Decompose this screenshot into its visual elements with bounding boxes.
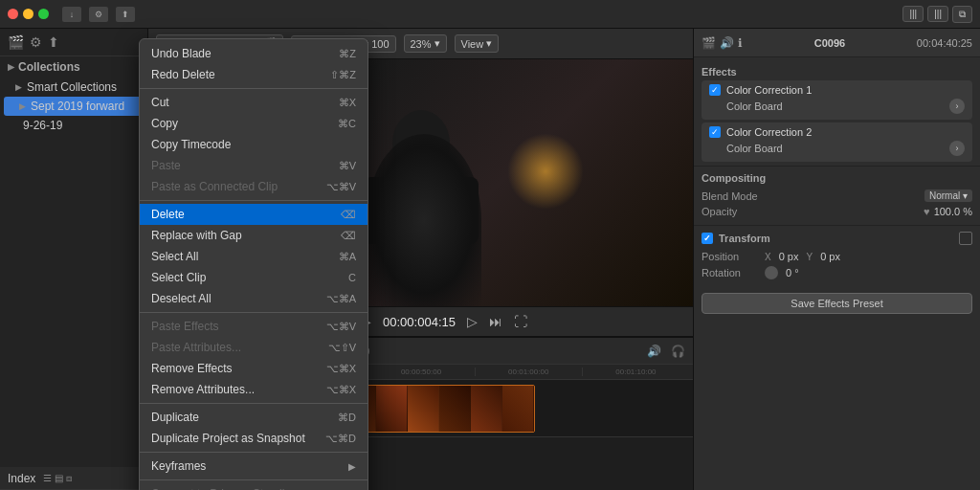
pos-y-val: 0 px xyxy=(820,251,840,262)
right-panel: 🎬 🔊 ℹ C0096 00:04:40:25 Effects ✓ Color … xyxy=(693,29,980,490)
settings-icon[interactable]: ⚙ xyxy=(89,7,108,22)
menu-item-replace-with-gap[interactable]: Replace with Gap⌫ xyxy=(140,225,368,246)
cc2-row: ✓ Color Correction 2 xyxy=(709,126,965,138)
sidebar-share-icon: ⬆ xyxy=(48,34,59,50)
library-triangle: ▶ xyxy=(19,101,26,111)
cc2-sub-name: Color Board xyxy=(726,143,944,154)
menu-item-remove-attributes[interactable]: Remove Attributes...⌥⌘X xyxy=(140,379,368,400)
transform-label-text: Transform xyxy=(719,233,770,244)
menu-item-remove-effects[interactable]: Remove Effects⌥⌘X xyxy=(140,358,368,379)
menu-label-duplicate-snapshot: Duplicate Project as Snapshot xyxy=(151,432,325,445)
menu-item-copy-timecode[interactable]: Copy Timecode xyxy=(140,134,368,155)
color-correction-1-item: ✓ Color Correction 1 Color Board › xyxy=(702,80,972,120)
fullscreen-button[interactable] xyxy=(38,9,49,19)
clip-id-label: C0096 xyxy=(814,37,845,49)
step-forward-btn[interactable]: ▷ xyxy=(467,314,478,329)
left-sidebar: 🎬 ⚙ ⬆ ▶ Collections ▶ Smart Collections … xyxy=(0,29,148,490)
fl2 xyxy=(376,386,408,432)
fullscreen-btn[interactable]: ⛶ xyxy=(514,314,527,329)
save-preset-button[interactable]: Save Effects Preset xyxy=(702,293,972,314)
opacity-value: 100.0 % xyxy=(934,206,972,217)
color-correction-2-item: ✓ Color Correction 2 Color Board › xyxy=(702,122,972,162)
menu-label-remove-attributes: Remove Attributes... xyxy=(151,383,326,396)
cc2-arrow-btn[interactable]: › xyxy=(949,141,965,156)
close-button[interactable] xyxy=(8,9,18,19)
menu-item-duplicate[interactable]: Duplicate⌘D xyxy=(140,407,368,428)
menu-item-redo-delete[interactable]: Redo Delete⇧⌘Z xyxy=(140,64,368,85)
sidebar-item-library[interactable]: ▶ Sept 2019 forward xyxy=(4,97,144,116)
rotation-val: 0 ° xyxy=(765,266,799,279)
compositing-label: Compositing xyxy=(702,172,972,184)
top-bar-btn-1[interactable]: ||| xyxy=(902,6,924,22)
audio-icon[interactable]: 🔊 xyxy=(720,36,734,50)
share-icon[interactable]: ⬆ xyxy=(116,7,135,22)
transform-header: ✓ Transform xyxy=(702,232,972,245)
effects-header-label: Effects xyxy=(702,63,972,80)
tick-3: 00:00:50:00 xyxy=(367,368,474,376)
toolbar-icons: ↓ ⚙ ⬆ xyxy=(62,7,135,22)
menu-item-undo-blade[interactable]: Undo Blade⌘Z xyxy=(140,43,368,64)
menu-item-deselect-all[interactable]: Deselect All⌥⌘A xyxy=(140,288,368,309)
menu-divider xyxy=(140,312,368,313)
sidebar-item-date[interactable]: 9-26-19 xyxy=(0,116,147,135)
opacity-icon: ♥ xyxy=(924,206,930,217)
position-key: Position xyxy=(702,251,759,262)
menu-divider xyxy=(140,479,368,480)
top-bar-btn-3[interactable]: ⧉ xyxy=(952,6,972,23)
menu-item-select-clip[interactable]: Select ClipC xyxy=(140,267,368,288)
menu-item-select-all[interactable]: Select All⌘A xyxy=(140,246,368,267)
shortcut-select-all: ⌘A xyxy=(339,251,356,263)
skip-forward-btn[interactable]: ⏭ xyxy=(489,314,502,329)
view-dropdown[interactable]: View ▾ xyxy=(455,34,500,53)
top-bar-right: ||| ||| ⧉ xyxy=(902,6,972,23)
menu-item-duplicate-snapshot[interactable]: Duplicate Project as Snapshot⌥⌘D xyxy=(140,428,368,449)
menu-item-cut[interactable]: Cut⌘X xyxy=(140,92,368,113)
effects-section: Effects ✓ Color Correction 1 Color Board… xyxy=(694,63,980,162)
shortcut-select-clip: C xyxy=(348,272,356,283)
position-val: X 0 px Y 0 px xyxy=(765,251,840,262)
menu-label-keyframes: Keyframes xyxy=(151,459,348,473)
fl5 xyxy=(471,386,502,432)
minimize-button[interactable] xyxy=(23,9,33,19)
menu-item-copy[interactable]: Copy⌘C xyxy=(140,113,368,134)
zoom-dropdown[interactable]: 23% ▾ xyxy=(404,34,447,53)
rotation-key: Rotation xyxy=(702,267,759,278)
menu-label-undo-blade: Undo Blade xyxy=(151,47,339,60)
info-icon[interactable]: ℹ xyxy=(738,36,743,50)
shortcut-copy: ⌘C xyxy=(338,118,356,130)
cc1-arrow-btn[interactable]: › xyxy=(949,99,965,114)
shortcut-replace-with-gap: ⌫ xyxy=(341,230,356,242)
fl6 xyxy=(502,386,534,432)
cc1-sub-row: Color Board › xyxy=(709,96,965,116)
sidebar-item-smart-collections[interactable]: ▶ Smart Collections xyxy=(0,78,147,97)
index-label: Index xyxy=(8,472,35,485)
film-icon[interactable]: 🎬 xyxy=(702,36,716,50)
sidebar-settings-icon: ⚙ xyxy=(30,34,42,50)
menu-label-paste-effects: Paste Effects xyxy=(151,320,326,333)
blend-mode-chevron: ▾ xyxy=(963,190,968,201)
smart-collections-triangle: ▶ xyxy=(15,82,22,92)
cc1-checkbox[interactable]: ✓ xyxy=(709,84,721,96)
blend-mode-val: Normal ▾ xyxy=(924,189,972,202)
shortcut-paste-connected: ⌥⌘V xyxy=(326,181,356,193)
top-bar-btn-2[interactable]: ||| xyxy=(927,6,948,22)
cc2-checkbox[interactable]: ✓ xyxy=(709,126,721,138)
blend-mode-dropdown[interactable]: Normal ▾ xyxy=(924,189,972,202)
menu-divider xyxy=(140,452,368,453)
import-icon[interactable]: ↓ xyxy=(62,7,81,22)
playback-time: 00:00:004:15 xyxy=(383,315,456,329)
cc1-row: ✓ Color Correction 1 xyxy=(709,84,965,96)
pos-y-label: Y xyxy=(806,252,813,262)
transform-checkbox[interactable]: ✓ xyxy=(702,233,713,244)
menu-label-deselect-all: Deselect All xyxy=(151,292,326,305)
submenu-arrow-keyframes: ▶ xyxy=(348,461,356,472)
menu-item-keyframes[interactable]: Keyframes▶ xyxy=(140,456,368,477)
shortcut-cut: ⌘X xyxy=(339,97,356,109)
opacity-key: Opacity xyxy=(702,206,737,217)
menu-item-paste-attributes: Paste Attributes...⌥⇧V xyxy=(140,337,368,358)
clip-main-long[interactable] xyxy=(344,385,535,433)
collections-triangle: ▶ xyxy=(8,62,14,72)
menu-item-delete[interactable]: Delete⌫ xyxy=(140,204,368,225)
menu-label-replace-with-gap: Replace with Gap xyxy=(151,229,341,242)
shortcut-undo-blade: ⌘Z xyxy=(339,48,356,60)
